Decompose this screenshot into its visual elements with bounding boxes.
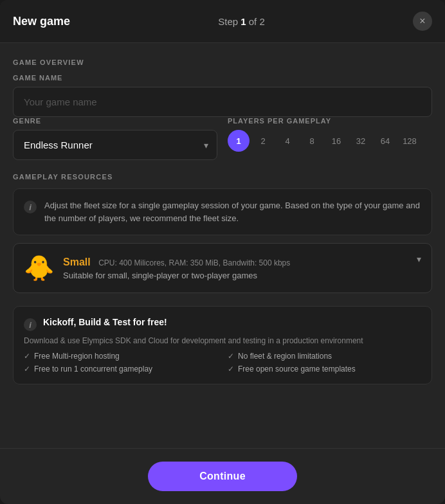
player-option-64[interactable]: 64 — [374, 130, 396, 152]
player-option-128[interactable]: 128 — [399, 130, 421, 152]
resource-emoji: 🐥 — [24, 254, 54, 282]
feature-label-3: Free to run 1 concurrent gameplay — [34, 364, 152, 374]
genre-select-wrapper: Endless Runner Action RPG Strategy Puzzl… — [13, 130, 217, 160]
features-grid: ✓ Free Multi-region hosting ✓ No fleet &… — [24, 352, 421, 374]
check-icon-1: ✓ — [24, 352, 30, 361]
fleet-info-text: Adjust the fleet size for a single gamep… — [44, 199, 421, 224]
feature-4: ✓ Free open source game templates — [228, 364, 421, 374]
fleet-info-box: i Adjust the fleet size for a single gam… — [13, 188, 432, 235]
genre-field: GENRE Endless Runner Action RPG Strategy… — [13, 117, 217, 160]
genre-select[interactable]: Endless Runner Action RPG Strategy Puzzl… — [13, 130, 217, 160]
genre-label: GENRE — [13, 117, 217, 125]
continue-button[interactable]: Continue — [148, 462, 297, 491]
genre-players-row: GENRE Endless Runner Action RPG Strategy… — [13, 117, 432, 160]
game-name-input[interactable] — [13, 87, 432, 117]
step-current: 1 — [241, 16, 246, 27]
gameplay-resources-label: GAMEPLAY RESOURCES — [13, 173, 432, 181]
game-name-label: GAME NAME — [13, 74, 432, 82]
kickoff-subtitle: Download & use Elympics SDK and Cloud fo… — [24, 336, 421, 345]
resource-card-small[interactable]: 🐥 Small CPU: 400 Milicores, RAM: 350 MiB… — [13, 243, 432, 293]
feature-label-4: Free open source game templates — [238, 364, 356, 374]
game-overview-section: GAME OVERVIEW GAME NAME GENRE Endless Ru… — [13, 59, 432, 160]
modal-header: New game Step 1 of 2 × — [0, 0, 445, 43]
feature-3: ✓ Free to run 1 concurrent gameplay — [24, 364, 217, 374]
info-icon: i — [24, 201, 37, 213]
player-option-1[interactable]: 1 — [228, 130, 250, 152]
modal-footer: Continue — [0, 448, 445, 504]
step-of-label: of 2 — [249, 16, 265, 27]
player-option-16[interactable]: 16 — [325, 130, 347, 152]
feature-label-2: No fleet & region limitations — [238, 352, 332, 361]
kickoff-header: i Kickoff, Build & Test for free! — [24, 317, 421, 331]
check-icon-4: ✓ — [228, 364, 234, 374]
player-option-32[interactable]: 32 — [350, 130, 372, 152]
player-option-4[interactable]: 4 — [277, 130, 298, 152]
kickoff-title: Kickoff, Build & Test for free! — [43, 317, 167, 327]
step-indicator: Step 1 of 2 — [218, 16, 265, 27]
resource-info: Small CPU: 400 Milicores, RAM: 350 MiB, … — [63, 256, 421, 280]
players-label: PLAYERS PER GAMEPLAY — [228, 117, 432, 125]
game-name-field: GAME NAME — [13, 74, 432, 117]
check-icon-3: ✓ — [24, 364, 30, 374]
resource-title: Small — [63, 256, 91, 267]
feature-label-1: Free Multi-region hosting — [34, 352, 120, 361]
game-overview-label: GAME OVERVIEW — [13, 59, 432, 66]
resource-chevron-icon: ▾ — [417, 254, 421, 264]
feature-1: ✓ Free Multi-region hosting — [24, 352, 217, 361]
players-field: PLAYERS PER GAMEPLAY 1 2 4 8 16 32 64 12… — [228, 117, 432, 152]
close-button[interactable]: × — [413, 12, 432, 31]
players-options: 1 2 4 8 16 32 64 128 — [228, 130, 432, 152]
resource-specs: CPU: 400 Milicores, RAM: 350 MiB, Bandwi… — [98, 258, 290, 267]
check-icon-2: ✓ — [228, 352, 234, 361]
modal-body: GAME OVERVIEW GAME NAME GENRE Endless Ru… — [0, 43, 445, 448]
player-option-8[interactable]: 8 — [301, 130, 323, 152]
kickoff-box: i Kickoff, Build & Test for free! Downlo… — [13, 306, 432, 384]
feature-2: ✓ No fleet & region limitations — [228, 352, 421, 361]
new-game-modal: New game Step 1 of 2 × GAME OVERVIEW GAM… — [0, 0, 445, 504]
player-option-2[interactable]: 2 — [252, 130, 274, 152]
close-icon: × — [419, 15, 425, 27]
resource-desc: Suitable for small, single-player or two… — [63, 271, 421, 280]
modal-title: New game — [13, 15, 70, 28]
gameplay-resources-section: GAMEPLAY RESOURCES i Adjust the fleet si… — [13, 173, 432, 293]
kickoff-info-icon: i — [24, 318, 37, 331]
